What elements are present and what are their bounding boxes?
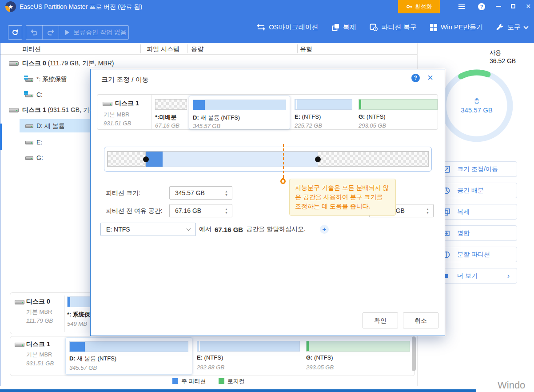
window-title: EaseUS Partition Master 프로 버전 (만료 됨) [20, 3, 142, 11]
col-type: 유형 [300, 45, 312, 53]
windows-badge-icon [24, 76, 28, 80]
spinner-arrows[interactable]: ▲▼ [225, 190, 228, 197]
title-bar: ★ EaseUS Partition Master 프로 버전 (만료 됨) 활… [0, 0, 534, 13]
close-button[interactable]: × [526, 3, 531, 9]
maximize-button[interactable] [511, 3, 515, 8]
smart-resize-marker-icon[interactable] [279, 178, 287, 185]
disk1-partition-g[interactable]: G: (NTFS) 293.05 GB [303, 337, 413, 375]
allocate-source-select[interactable]: E: NTFS [100, 223, 196, 236]
spinner-arrows[interactable]: ▲▼ [426, 208, 429, 215]
operations-list-icon[interactable] [458, 4, 466, 10]
windows-badge-icon [24, 91, 28, 95]
strip-partition-d[interactable]: D: 새 볼륨 (NTFS) 345.57 GB [189, 96, 290, 129]
redo-button[interactable] [43, 29, 59, 36]
add-allocation-button[interactable]: + [320, 225, 329, 234]
key-icon [406, 4, 412, 10]
partition-icon [25, 156, 33, 160]
dialog-close-icon[interactable]: × [427, 72, 433, 84]
legend-primary: 주 파티션 [172, 377, 206, 385]
ok-button[interactable]: 확인 [363, 312, 398, 328]
usage-label: 사용 36.52 GB [490, 49, 516, 65]
partition-table-header: 파티션 파일 시스템 용량 유형 [0, 43, 417, 55]
windows-logo-icon [430, 24, 437, 31]
refresh-button[interactable] [8, 25, 22, 40]
partition-icon [25, 141, 33, 144]
minimize-button[interactable] [496, 3, 501, 7]
disk-icon [15, 343, 24, 347]
chevron-down-icon [523, 24, 528, 29]
vertical-scrollbar[interactable] [412, 336, 416, 371]
undo-button[interactable] [26, 29, 42, 36]
copy-icon [332, 24, 339, 31]
wrench-icon [496, 24, 504, 31]
swap-arrows-icon [257, 24, 265, 31]
slider-track[interactable] [107, 151, 429, 167]
partition-size-label: 파티션 크기: [106, 186, 140, 200]
space-before-label: 파티션 전 여유 공간: [106, 204, 163, 217]
disk1-map-card: 디스크 1 기본 MBR 931.51 GB D: 새 볼륨 (NTFS) 34… [10, 336, 415, 376]
play-icon [65, 30, 69, 35]
resize-move-dialog: 크기 조정 / 이동 ? × 디스크 1 기본 MBR 931.51 GB *:… [90, 69, 445, 336]
disk1-partition-e[interactable]: E: (NTFS) 292.88 GB [194, 337, 303, 375]
disk-icon [9, 61, 19, 66]
toolbar-nav: OS마이그레이션 복제 파티션 복구 Win PE만들기 도구 [257, 23, 528, 32]
tree-row-disk0[interactable]: 디스크 0 (111.79 GB, 기본, MBR) [0, 58, 417, 70]
smart-resize-tooltip: 지능분구 기술은 모든 분배되지 않은 공간을 사용하여 분구 크기를 조정하는… [289, 179, 396, 216]
windows-watermark: Windo [498, 380, 525, 391]
undo-icon [31, 29, 38, 36]
allocate-text: 에서 67.16 GB 공간을 할당하십시오. [199, 223, 306, 236]
cancel-button[interactable]: 취소 [403, 312, 438, 328]
disk-icon [15, 300, 24, 304]
partition-legend: 주 파티션 로지컬 [172, 377, 245, 385]
col-partition: 파티션 [22, 45, 41, 53]
clone-button[interactable]: 복제 [332, 23, 356, 32]
smart-resize-marker-line [283, 144, 284, 178]
help-icon[interactable]: ? [478, 3, 485, 10]
legend-logical: 로지컬 [219, 377, 245, 385]
total-label: 총 345.57 GB [450, 97, 503, 114]
partition-size-input[interactable]: 345.57 GB ▲▼ [169, 186, 232, 200]
unallocated-bar [155, 99, 187, 110]
logical-swatch [219, 378, 224, 384]
track-free [163, 152, 318, 167]
dialog-help-icon[interactable]: ? [411, 74, 420, 82]
activate-button[interactable]: 활성화 [398, 0, 440, 13]
col-capacity: 용량 [191, 45, 203, 53]
resize-slider [104, 147, 432, 172]
spinner-arrows[interactable]: ▲▼ [225, 208, 228, 215]
pending-operations-group: 보류중인 작업 없음 [26, 25, 129, 40]
taskbar-sliver [0, 389, 476, 392]
redo-icon [47, 29, 54, 36]
partition-recovery-icon [370, 24, 378, 31]
partition-recovery-button[interactable]: 파티션 복구 [370, 23, 417, 32]
main-toolbar: 보류중인 작업 없음 OS마이그레이션 복제 파티션 복구 Win PE만들기 [0, 13, 534, 43]
tools-menu-button[interactable]: 도구 [496, 23, 528, 32]
track-unallocated-left [108, 152, 146, 167]
winpe-button[interactable]: Win PE만들기 [430, 23, 483, 32]
pending-operations[interactable]: 보류중인 작업 없음 [65, 28, 127, 36]
disk-icon [9, 108, 19, 112]
chevron-down-icon [187, 227, 191, 231]
os-migration-button[interactable]: OS마이그레이션 [257, 23, 319, 32]
easeus-logo-icon: ★ [5, 1, 16, 12]
slider-handle-left[interactable] [143, 156, 149, 162]
col-filesystem: 파일 시스템 [147, 45, 179, 53]
primary-swatch [172, 378, 178, 384]
refresh-icon [12, 29, 19, 36]
dialog-disk-strip: 디스크 1 기본 MBR 931.51 GB *:미배분 67.16 GB D:… [97, 94, 438, 130]
chevron-right-icon: › [507, 272, 510, 280]
track-unallocated-right [318, 152, 428, 167]
partition-icon [25, 124, 33, 128]
disk1-partition-d[interactable]: D: 새 볼륨 (NTFS) 345.57 GB [65, 337, 192, 375]
dialog-title: 크기 조정 / 이동 [101, 76, 149, 84]
app-window: ★ EaseUS Partition Master 프로 버전 (만료 됨) 활… [0, 0, 534, 392]
slider-handle-right[interactable] [315, 156, 321, 162]
disk-icon [103, 102, 112, 106]
space-before-input[interactable]: 67.16 GB ▲▼ [169, 204, 232, 217]
